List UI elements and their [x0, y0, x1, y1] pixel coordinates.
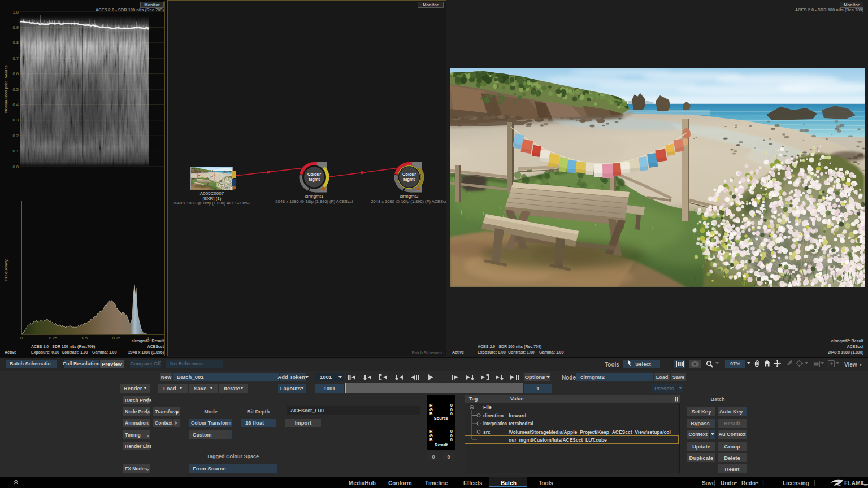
svg-text:tetrahedral: tetrahedral [509, 421, 533, 426]
svg-text:2048 x 1080 @ 16fp (1.896) AC: 2048 x 1080 @ 16fp (1.896) ACES2065-1 [173, 201, 251, 206]
svg-text:clrmgmt1: clrmgmt1 [305, 194, 324, 199]
svg-text:src: src [483, 429, 491, 435]
svg-text:Mgmt: Mgmt [403, 177, 415, 182]
svg-text:direction: direction [483, 413, 504, 419]
svg-text:our_mgmt/Custom/luts/ACEScct_L: our_mgmt/Custom/luts/ACEScct_LUT.cube [509, 437, 607, 443]
svg-text:Normalized pixel values: Normalized pixel values [3, 65, 8, 113]
svg-text:0.4: 0.4 [13, 102, 19, 107]
svg-text:0.2: 0.2 [13, 133, 19, 138]
svg-text:forward: forward [509, 413, 526, 419]
svg-text:2048 x 1080 @ 16fp (1.896) (P): 2048 x 1080 @ 16fp (1.896) (P) ACEScct [275, 199, 353, 204]
svg-text:0.6: 0.6 [13, 71, 19, 76]
svg-text:1.0: 1.0 [13, 10, 19, 15]
svg-text:0.3: 0.3 [13, 117, 19, 123]
svg-text:Batch Schematic: Batch Schematic [412, 350, 444, 355]
svg-text:Colour: Colour [307, 172, 321, 177]
svg-text:0.1: 0.1 [13, 149, 19, 154]
svg-text:0.9: 0.9 [13, 25, 19, 30]
svg-text:clrmgmt2: clrmgmt2 [400, 194, 419, 199]
svg-text:0.8: 0.8 [13, 40, 19, 45]
svg-text:Frequency: Frequency [3, 259, 8, 281]
svg-text:Colour: Colour [402, 172, 416, 177]
svg-text:2048 x 1080 @ 16fp (1.896) (P): 2048 x 1080 @ 16fp (1.896) (P) ACEScc [371, 199, 446, 204]
svg-text:A005C0007: A005C0007 [200, 191, 224, 196]
svg-text:0.0: 0.0 [13, 164, 19, 169]
svg-text:Mgmt: Mgmt [309, 177, 320, 182]
svg-text:/Volumes/StorageMedia/Apple_Pr: /Volumes/StorageMedia/Apple_Project/Keep… [509, 429, 671, 435]
svg-text:File: File [483, 404, 492, 410]
svg-text:0: 0 [20, 336, 23, 341]
svg-text:interpolation: interpolation [483, 421, 507, 426]
svg-text:0.25: 0.25 [49, 336, 58, 341]
svg-text:0.7: 0.7 [13, 56, 19, 61]
svg-text:0.5: 0.5 [13, 87, 19, 92]
